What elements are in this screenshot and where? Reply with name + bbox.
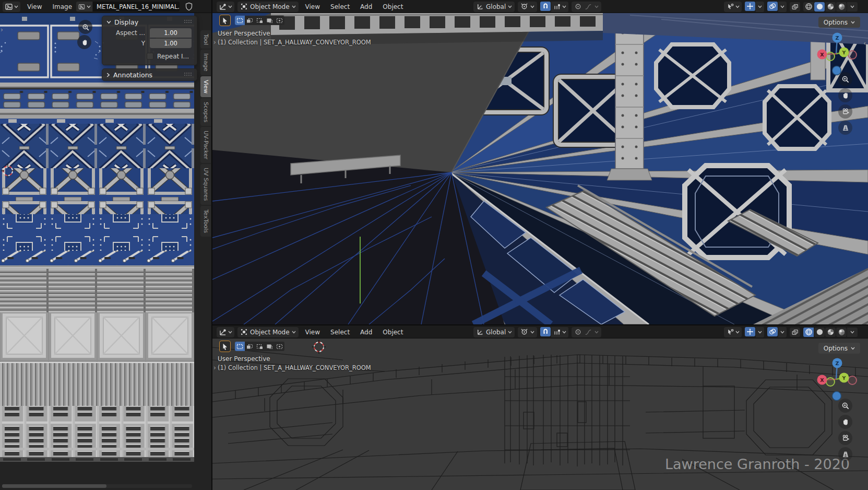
shading-solid-button[interactable] <box>814 328 825 337</box>
pan-hand-icon[interactable] <box>838 415 852 429</box>
editor-type-selector[interactable] <box>217 2 234 12</box>
snap-settings[interactable] <box>551 327 568 337</box>
select-subtract[interactable] <box>255 16 265 25</box>
horizontal-scrollbar[interactable] <box>2 484 192 488</box>
menu-add[interactable]: Add <box>356 2 376 12</box>
aspect-y-field[interactable]: 1.00 <box>150 39 192 48</box>
pan-button[interactable] <box>77 35 91 49</box>
tab-uv-squares[interactable]: UV Squares <box>200 164 211 205</box>
menu-select[interactable]: Select <box>327 327 353 337</box>
viewport-3d-canvas[interactable] <box>212 13 868 324</box>
overlays-settings[interactable] <box>778 2 787 12</box>
options-button[interactable]: Options <box>818 17 860 28</box>
show-gizmo-toggle[interactable] <box>745 327 755 336</box>
axis-z-ball[interactable]: Z <box>833 33 842 43</box>
tab-scopes[interactable]: Scopes <box>200 98 211 126</box>
camera-view-icon[interactable] <box>838 431 852 445</box>
image-browse-button[interactable] <box>76 2 92 11</box>
snap-toggle[interactable] <box>540 327 551 336</box>
perspective-grid-icon[interactable] <box>838 121 852 135</box>
camera-view-icon[interactable] <box>838 104 852 119</box>
panel-drag-grip[interactable] <box>184 73 193 77</box>
uv-canvas-area[interactable]: › Display <box>0 13 211 490</box>
active-tool-select[interactable] <box>219 341 231 352</box>
menu-view[interactable]: View <box>302 2 324 12</box>
axis-neg-y-ball[interactable] <box>826 52 835 61</box>
viewport-wireframe-canvas[interactable]: Lawrence Granroth - 2020 <box>212 339 868 490</box>
select-intersect[interactable] <box>275 16 284 25</box>
xray-toggle[interactable] <box>790 2 800 11</box>
options-button[interactable]: Options <box>818 343 860 354</box>
tab-image[interactable]: Image <box>200 50 211 75</box>
show-gizmo-toggle[interactable] <box>745 2 755 11</box>
tab-textools[interactable]: TexTools <box>200 206 211 237</box>
annotations-panel-header[interactable]: Annotations <box>102 69 197 80</box>
navigation-gizmo[interactable]: X Y Z <box>812 29 860 79</box>
select-intersect[interactable] <box>275 342 284 351</box>
menu-object[interactable]: Object <box>379 327 407 337</box>
select-subtract[interactable] <box>255 342 265 351</box>
pivot-point-selector[interactable] <box>518 2 537 12</box>
show-overlays-toggle[interactable] <box>767 2 778 11</box>
shading-settings[interactable] <box>847 2 858 11</box>
shading-solid-button[interactable] <box>814 2 825 11</box>
navigation-gizmo[interactable]: X Y Z <box>812 355 860 405</box>
repeat-image-checkbox[interactable] <box>147 53 153 60</box>
scrollbar-thumb[interactable] <box>2 484 106 488</box>
pan-hand-icon[interactable] <box>838 88 852 102</box>
transform-orientation[interactable]: Global <box>473 327 515 337</box>
proportional-editing[interactable] <box>572 327 601 337</box>
axis-neg-y-ball[interactable] <box>826 378 835 386</box>
select-extend[interactable] <box>245 342 255 351</box>
select-box-new[interactable] <box>235 16 245 25</box>
shading-rendered-button[interactable] <box>836 2 847 11</box>
menu-add[interactable]: Add <box>356 327 376 337</box>
perspective-grid-icon[interactable] <box>838 447 852 461</box>
toolbar-expand-arrow[interactable]: › <box>213 39 216 46</box>
transform-orientation[interactable]: Global <box>473 2 515 12</box>
gizmo-settings[interactable] <box>756 2 764 12</box>
axis-y-ball[interactable]: Y <box>839 48 849 57</box>
sidebar-collapse-arrow[interactable]: ‹ <box>863 40 866 47</box>
menu-view[interactable]: View <box>302 327 324 337</box>
editor-type-selector[interactable] <box>3 2 20 12</box>
shading-wireframe-button[interactable] <box>803 2 814 11</box>
snap-settings[interactable] <box>551 2 568 12</box>
axis-neg-x-ball[interactable] <box>848 376 857 384</box>
active-tool-select[interactable] <box>219 15 231 26</box>
shading-material-button[interactable] <box>825 2 836 11</box>
fake-user-shield-icon[interactable] <box>185 2 193 11</box>
axis-x-ball[interactable]: X <box>817 375 827 385</box>
snap-toggle[interactable] <box>540 2 551 11</box>
editor-type-selector[interactable] <box>217 327 234 337</box>
shading-material-button[interactable] <box>825 328 836 337</box>
mode-selector[interactable]: Object Mode <box>237 327 299 337</box>
image-name-field[interactable]: METAL_PANEL_16_MINIMAL.png <box>93 2 180 11</box>
toolbar-expand-arrow[interactable]: › <box>213 364 216 371</box>
panel-drag-grip[interactable] <box>184 20 193 24</box>
select-invert[interactable] <box>265 342 275 351</box>
zoom-button[interactable] <box>78 20 92 34</box>
pivot-point-selector[interactable] <box>518 327 537 337</box>
overlays-settings[interactable] <box>778 327 787 337</box>
menu-view[interactable]: View <box>23 2 45 12</box>
gizmo-settings[interactable] <box>756 327 764 337</box>
select-invert[interactable] <box>265 16 275 25</box>
region-expand-arrow[interactable]: › <box>1 26 3 33</box>
aspect-x-field[interactable]: 1.00 <box>150 28 192 38</box>
axis-neg-x-ball[interactable] <box>848 51 857 59</box>
tab-tool[interactable]: Tool <box>200 30 211 49</box>
object-visibility-dropdown[interactable] <box>724 327 742 337</box>
shading-wireframe-button[interactable] <box>803 328 814 337</box>
show-overlays-toggle[interactable] <box>767 327 778 336</box>
menu-image[interactable]: Image <box>49 2 76 12</box>
zoom-icon[interactable] <box>838 399 852 413</box>
shading-settings[interactable] <box>847 328 858 337</box>
tab-view[interactable]: View <box>200 76 211 97</box>
mode-selector[interactable]: Object Mode <box>237 2 299 12</box>
object-visibility-dropdown[interactable] <box>724 2 742 12</box>
tab-uv-packer[interactable]: UV-Packer <box>200 127 211 163</box>
zoom-icon[interactable] <box>838 72 852 86</box>
menu-select[interactable]: Select <box>327 2 353 12</box>
axis-x-ball[interactable]: X <box>817 50 827 60</box>
